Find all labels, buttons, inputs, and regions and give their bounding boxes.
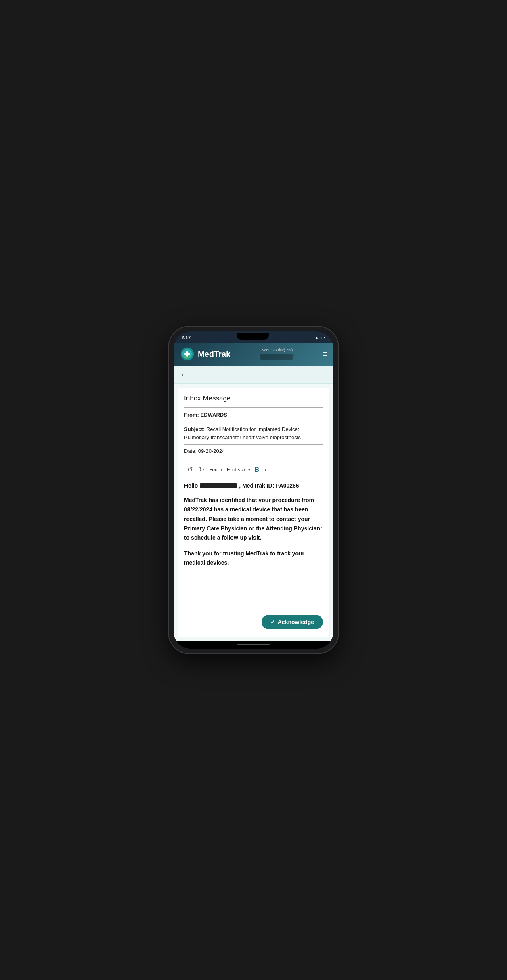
editor-toolbar: ↺ ↻ Font ▼ Font size ▼ B › <box>184 463 323 477</box>
from-value: EDWARDS <box>200 412 227 418</box>
font-label: Font <box>209 467 219 473</box>
title-divider <box>184 407 323 408</box>
body-paragraph-1: MedTrak has identified that your procedu… <box>184 496 323 542</box>
version-label: Ver:0.8.6-dev(Test) <box>262 348 293 352</box>
check-icon: ✓ <box>270 619 275 625</box>
from-row: From: EDWARDS <box>184 412 323 418</box>
font-size-arrow-icon: ▼ <box>247 467 251 472</box>
notch <box>237 333 269 340</box>
message-title: Inbox Message <box>184 394 323 402</box>
from-divider <box>184 422 323 422</box>
redacted-name <box>200 483 237 488</box>
battery-icon: ▪ <box>324 335 325 340</box>
font-dropdown[interactable]: Font ▼ <box>209 467 224 473</box>
home-bar <box>237 644 270 645</box>
home-indicator <box>174 641 333 649</box>
status-time: 2:17 <box>182 335 191 340</box>
message-container: Inbox Message From: EDWARDS Subject: Rec… <box>178 388 329 637</box>
greeting-suffix: , MedTrak ID: PA00266 <box>239 481 299 490</box>
subject-row: Subject: Recall Notification for Implant… <box>184 425 323 441</box>
back-button[interactable]: ← <box>180 370 188 379</box>
search-bar-placeholder[interactable] <box>260 354 293 360</box>
date-label: Date: <box>184 448 197 454</box>
greeting-line: Hello , MedTrak ID: PA00266 <box>184 481 323 490</box>
font-arrow-icon: ▼ <box>220 467 224 472</box>
bold-button[interactable]: B <box>255 466 260 473</box>
date-row: Date: 09-20-2024 <box>184 448 323 454</box>
from-label: From: <box>184 412 199 418</box>
app-header: MedTrak Ver:0.8.6-dev(Test) ≡ <box>174 343 333 366</box>
status-icons: ▲ ↑ ▪ <box>315 335 325 340</box>
status-bar: 2:17 ▲ ↑ ▪ <box>174 331 333 343</box>
redo-button[interactable]: ↻ <box>197 465 206 474</box>
ack-button-container: ✓ Acknowledge <box>184 611 323 631</box>
acknowledge-button[interactable]: ✓ Acknowledge <box>262 615 323 629</box>
acknowledge-label: Acknowledge <box>278 619 314 625</box>
subject-label: Subject: <box>184 426 205 432</box>
wifi-icon: ▲ <box>315 335 319 340</box>
app-logo-icon <box>180 347 195 361</box>
signal-icon: ↑ <box>320 335 322 340</box>
greeting-prefix: Hello <box>184 481 198 490</box>
hamburger-menu-icon[interactable]: ≡ <box>323 350 327 358</box>
content-area: ← Inbox Message From: EDWARDS Subject: R… <box>174 366 333 641</box>
date-value: 09-20-2024 <box>198 448 225 454</box>
svg-rect-2 <box>184 353 190 355</box>
subject-divider <box>184 444 323 445</box>
back-nav: ← <box>174 366 333 384</box>
app-title: MedTrak <box>198 350 230 359</box>
date-divider <box>184 459 323 459</box>
body-paragraph-2: Thank you for trusting MedTrak to track … <box>184 549 323 567</box>
more-options-button[interactable]: › <box>262 465 268 474</box>
font-size-dropdown[interactable]: Font size ▼ <box>227 467 251 473</box>
font-size-label: Font size <box>227 467 247 473</box>
message-body: Hello , MedTrak ID: PA00266 MedTrak has … <box>184 481 323 611</box>
undo-button[interactable]: ↺ <box>186 465 194 474</box>
